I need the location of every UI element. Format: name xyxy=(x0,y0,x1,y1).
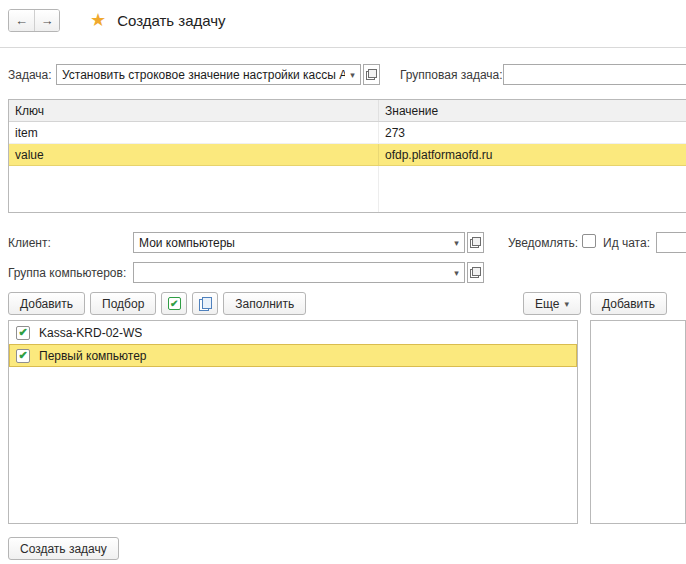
copy-icon xyxy=(199,297,212,311)
table-row[interactable]: valueofdp.platformaofd.ru xyxy=(9,144,686,166)
add-button[interactable]: Добавить xyxy=(8,292,85,315)
top-bar: ← → ★ Создать задачу xyxy=(8,7,686,33)
key-cell[interactable]: item xyxy=(9,122,379,143)
create-task-button[interactable]: Создать задачу xyxy=(8,537,119,560)
back-button[interactable]: ← xyxy=(9,10,34,31)
value-cell[interactable]: ofdp.platformaofd.ru xyxy=(379,144,686,165)
task-value: Установить строковое значение настройки … xyxy=(57,68,345,82)
fill-button[interactable]: Заполнить xyxy=(223,292,306,315)
list-item[interactable]: ✔Kassa-KRD-02-WS xyxy=(9,321,577,344)
computer-name: Kassa-KRD-02-WS xyxy=(39,326,142,340)
table-row[interactable]: item273 xyxy=(9,122,686,144)
add-right-button[interactable]: Добавить xyxy=(590,292,667,315)
page-title: Создать задачу xyxy=(117,12,225,29)
more-button-label: Еще xyxy=(535,297,559,311)
open-form-icon xyxy=(470,267,481,278)
computers-group-dropdown-arrow-icon[interactable]: ▾ xyxy=(449,263,464,282)
open-form-icon xyxy=(366,69,377,80)
check-all-button[interactable]: ✔ xyxy=(161,292,187,315)
back-arrow-icon: ← xyxy=(15,13,28,28)
computer-checkbox[interactable]: ✔ xyxy=(16,326,30,340)
column-header-value[interactable]: Значение xyxy=(379,100,686,121)
forward-arrow-icon: → xyxy=(41,13,54,28)
group-task-label: Групповая задача: xyxy=(400,68,503,82)
client-dropdown-arrow-icon[interactable]: ▾ xyxy=(449,233,464,252)
chat-id-field[interactable] xyxy=(656,232,686,253)
title-separator xyxy=(0,47,686,48)
computer-checkbox[interactable]: ✔ xyxy=(16,349,30,363)
computers-list[interactable]: ✔Kassa-KRD-02-WS✔Первый компьютер xyxy=(8,320,578,524)
copy-button[interactable] xyxy=(192,292,218,315)
open-form-icon xyxy=(470,237,481,248)
task-open-button[interactable] xyxy=(363,64,380,85)
params-table-empty-area[interactable] xyxy=(9,166,686,212)
column-header-key[interactable]: Ключ xyxy=(9,100,379,121)
params-table-body: item273valueofdp.platformaofd.ru xyxy=(9,122,686,166)
params-table-header: Ключ Значение xyxy=(9,100,686,122)
group-task-field[interactable] xyxy=(503,64,686,85)
task-label: Задача: xyxy=(8,68,52,82)
client-label: Клиент: xyxy=(8,236,51,250)
more-button[interactable]: Еще ▾ xyxy=(523,292,581,315)
client-open-button[interactable] xyxy=(467,232,484,253)
computers-group-label: Группа компьютеров: xyxy=(8,266,126,280)
create-task-window: ← → ★ Создать задачу Задача: Установить … xyxy=(0,0,686,564)
right-list[interactable] xyxy=(590,320,686,524)
checked-checkbox-icon: ✔ xyxy=(168,297,181,310)
client-value: Мои компьютеры xyxy=(134,236,449,250)
notify-checkbox[interactable] xyxy=(582,234,596,248)
chat-id-label: Ид чата: xyxy=(603,236,650,250)
value-cell[interactable]: 273 xyxy=(379,122,686,143)
more-dropdown-arrow-icon: ▾ xyxy=(564,299,569,309)
forward-button[interactable]: → xyxy=(34,10,59,31)
favorite-star-icon[interactable]: ★ xyxy=(90,9,106,31)
computers-group-open-button[interactable] xyxy=(467,262,484,283)
client-combo[interactable]: Мои компьютеры ▾ xyxy=(133,232,465,253)
computer-name: Первый компьютер xyxy=(39,349,147,363)
list-toolbar: Добавить Подбор ✔ Заполнить xyxy=(8,292,306,315)
list-item[interactable]: ✔Первый компьютер xyxy=(9,344,577,367)
params-table: Ключ Значение item273valueofdp.platforma… xyxy=(8,99,686,213)
key-cell[interactable]: value xyxy=(9,144,379,165)
task-combo[interactable]: Установить строковое значение настройки … xyxy=(56,64,361,85)
task-dropdown-arrow-icon[interactable]: ▾ xyxy=(345,65,360,84)
pick-button[interactable]: Подбор xyxy=(90,292,156,315)
computers-group-combo[interactable]: ▾ xyxy=(133,262,465,283)
nav-group: ← → xyxy=(8,9,60,32)
notify-label: Уведомлять: xyxy=(508,236,578,250)
